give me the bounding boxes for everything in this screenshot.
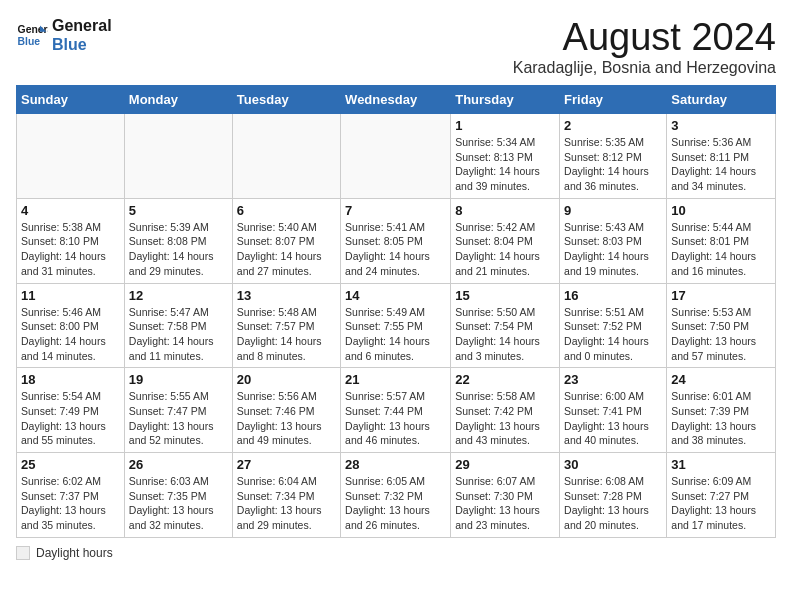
week-row-3: 11Sunrise: 5:46 AM Sunset: 8:00 PM Dayli… [17,283,776,368]
header-tuesday: Tuesday [232,86,340,114]
day-info: Sunrise: 5:49 AM Sunset: 7:55 PM Dayligh… [345,305,446,364]
day-info: Sunrise: 5:57 AM Sunset: 7:44 PM Dayligh… [345,389,446,448]
week-row-2: 4Sunrise: 5:38 AM Sunset: 8:10 PM Daylig… [17,198,776,283]
day-number: 29 [455,457,555,472]
calendar-cell: 23Sunrise: 6:00 AM Sunset: 7:41 PM Dayli… [560,368,667,453]
day-info: Sunrise: 5:50 AM Sunset: 7:54 PM Dayligh… [455,305,555,364]
calendar-cell: 14Sunrise: 5:49 AM Sunset: 7:55 PM Dayli… [341,283,451,368]
header-saturday: Saturday [667,86,776,114]
day-number: 24 [671,372,771,387]
calendar-cell: 12Sunrise: 5:47 AM Sunset: 7:58 PM Dayli… [124,283,232,368]
day-info: Sunrise: 5:54 AM Sunset: 7:49 PM Dayligh… [21,389,120,448]
calendar-cell [232,114,340,199]
day-info: Sunrise: 5:40 AM Sunset: 8:07 PM Dayligh… [237,220,336,279]
logo-line1: General [52,16,112,35]
calendar-cell: 2Sunrise: 5:35 AM Sunset: 8:12 PM Daylig… [560,114,667,199]
calendar-cell: 20Sunrise: 5:56 AM Sunset: 7:46 PM Dayli… [232,368,340,453]
day-number: 27 [237,457,336,472]
day-info: Sunrise: 6:01 AM Sunset: 7:39 PM Dayligh… [671,389,771,448]
day-number: 26 [129,457,228,472]
calendar-cell: 24Sunrise: 6:01 AM Sunset: 7:39 PM Dayli… [667,368,776,453]
calendar-cell: 27Sunrise: 6:04 AM Sunset: 7:34 PM Dayli… [232,453,340,538]
page-header: General Blue General Blue August 2024 Ka… [16,16,776,77]
day-info: Sunrise: 5:36 AM Sunset: 8:11 PM Dayligh… [671,135,771,194]
header-friday: Friday [560,86,667,114]
calendar-cell: 3Sunrise: 5:36 AM Sunset: 8:11 PM Daylig… [667,114,776,199]
header-thursday: Thursday [451,86,560,114]
legend: Daylight hours [16,546,776,560]
day-info: Sunrise: 5:43 AM Sunset: 8:03 PM Dayligh… [564,220,662,279]
day-number: 13 [237,288,336,303]
day-number: 15 [455,288,555,303]
day-info: Sunrise: 5:44 AM Sunset: 8:01 PM Dayligh… [671,220,771,279]
day-number: 20 [237,372,336,387]
location-subtitle: Karadaglije, Bosnia and Herzegovina [513,59,776,77]
day-info: Sunrise: 5:55 AM Sunset: 7:47 PM Dayligh… [129,389,228,448]
day-number: 11 [21,288,120,303]
calendar-cell: 7Sunrise: 5:41 AM Sunset: 8:05 PM Daylig… [341,198,451,283]
day-number: 4 [21,203,120,218]
calendar-header-row: SundayMondayTuesdayWednesdayThursdayFrid… [17,86,776,114]
calendar-cell: 15Sunrise: 5:50 AM Sunset: 7:54 PM Dayli… [451,283,560,368]
day-number: 17 [671,288,771,303]
day-number: 23 [564,372,662,387]
day-number: 22 [455,372,555,387]
calendar-cell: 4Sunrise: 5:38 AM Sunset: 8:10 PM Daylig… [17,198,125,283]
day-number: 14 [345,288,446,303]
header-wednesday: Wednesday [341,86,451,114]
day-number: 8 [455,203,555,218]
calendar-cell: 13Sunrise: 5:48 AM Sunset: 7:57 PM Dayli… [232,283,340,368]
day-info: Sunrise: 5:48 AM Sunset: 7:57 PM Dayligh… [237,305,336,364]
legend-box [16,546,30,560]
calendar-cell: 29Sunrise: 6:07 AM Sunset: 7:30 PM Dayli… [451,453,560,538]
month-year-title: August 2024 [513,16,776,59]
day-info: Sunrise: 5:34 AM Sunset: 8:13 PM Dayligh… [455,135,555,194]
day-number: 21 [345,372,446,387]
day-number: 5 [129,203,228,218]
calendar-cell: 9Sunrise: 5:43 AM Sunset: 8:03 PM Daylig… [560,198,667,283]
day-info: Sunrise: 5:41 AM Sunset: 8:05 PM Dayligh… [345,220,446,279]
calendar-cell: 21Sunrise: 5:57 AM Sunset: 7:44 PM Dayli… [341,368,451,453]
day-number: 7 [345,203,446,218]
day-info: Sunrise: 6:03 AM Sunset: 7:35 PM Dayligh… [129,474,228,533]
day-number: 28 [345,457,446,472]
day-info: Sunrise: 5:35 AM Sunset: 8:12 PM Dayligh… [564,135,662,194]
logo-line2: Blue [52,35,112,54]
header-sunday: Sunday [17,86,125,114]
calendar-cell: 1Sunrise: 5:34 AM Sunset: 8:13 PM Daylig… [451,114,560,199]
day-number: 6 [237,203,336,218]
day-info: Sunrise: 6:07 AM Sunset: 7:30 PM Dayligh… [455,474,555,533]
day-number: 16 [564,288,662,303]
day-info: Sunrise: 6:02 AM Sunset: 7:37 PM Dayligh… [21,474,120,533]
day-number: 25 [21,457,120,472]
day-number: 31 [671,457,771,472]
day-number: 2 [564,118,662,133]
day-number: 3 [671,118,771,133]
calendar-cell: 11Sunrise: 5:46 AM Sunset: 8:00 PM Dayli… [17,283,125,368]
day-number: 19 [129,372,228,387]
day-info: Sunrise: 5:42 AM Sunset: 8:04 PM Dayligh… [455,220,555,279]
legend-label: Daylight hours [36,546,113,560]
calendar-cell: 10Sunrise: 5:44 AM Sunset: 8:01 PM Dayli… [667,198,776,283]
day-number: 9 [564,203,662,218]
calendar-cell [124,114,232,199]
calendar-cell: 5Sunrise: 5:39 AM Sunset: 8:08 PM Daylig… [124,198,232,283]
title-block: August 2024 Karadaglije, Bosnia and Herz… [513,16,776,77]
day-info: Sunrise: 6:00 AM Sunset: 7:41 PM Dayligh… [564,389,662,448]
day-number: 1 [455,118,555,133]
day-number: 12 [129,288,228,303]
day-info: Sunrise: 5:46 AM Sunset: 8:00 PM Dayligh… [21,305,120,364]
calendar-cell: 18Sunrise: 5:54 AM Sunset: 7:49 PM Dayli… [17,368,125,453]
calendar-cell: 30Sunrise: 6:08 AM Sunset: 7:28 PM Dayli… [560,453,667,538]
week-row-1: 1Sunrise: 5:34 AM Sunset: 8:13 PM Daylig… [17,114,776,199]
calendar-cell: 22Sunrise: 5:58 AM Sunset: 7:42 PM Dayli… [451,368,560,453]
day-info: Sunrise: 5:53 AM Sunset: 7:50 PM Dayligh… [671,305,771,364]
day-info: Sunrise: 6:08 AM Sunset: 7:28 PM Dayligh… [564,474,662,533]
calendar-cell: 31Sunrise: 6:09 AM Sunset: 7:27 PM Dayli… [667,453,776,538]
day-info: Sunrise: 5:56 AM Sunset: 7:46 PM Dayligh… [237,389,336,448]
logo-icon: General Blue [16,19,48,51]
day-info: Sunrise: 5:47 AM Sunset: 7:58 PM Dayligh… [129,305,228,364]
calendar-cell: 16Sunrise: 5:51 AM Sunset: 7:52 PM Dayli… [560,283,667,368]
day-info: Sunrise: 5:58 AM Sunset: 7:42 PM Dayligh… [455,389,555,448]
day-info: Sunrise: 6:04 AM Sunset: 7:34 PM Dayligh… [237,474,336,533]
